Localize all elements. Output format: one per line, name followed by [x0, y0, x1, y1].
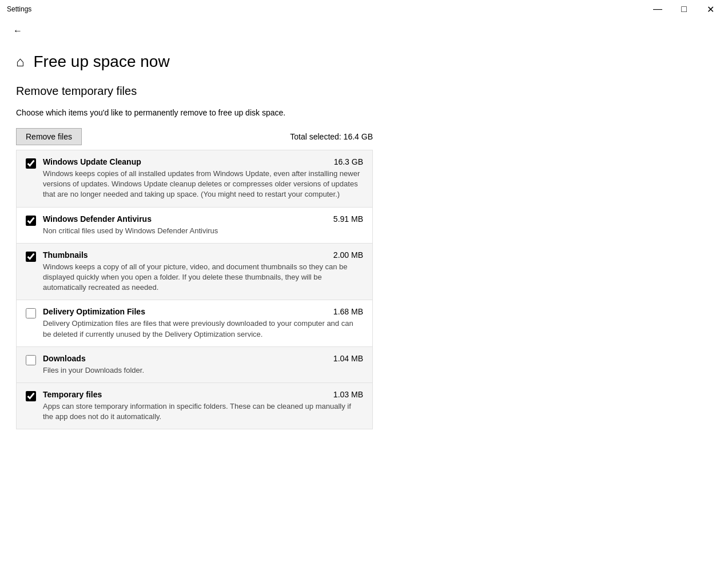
- item-header-2: Thumbnails2.00 MB: [43, 250, 363, 260]
- item-content-2: Thumbnails2.00 MBWindows keeps a copy of…: [43, 250, 363, 293]
- action-bar: Remove files Total selected: 16.4 GB: [16, 128, 373, 145]
- item-size-1: 5.91 MB: [333, 214, 363, 224]
- item-description-5: Apps can store temporary information in …: [43, 401, 363, 422]
- main-content: Remove temporary files Choose which item…: [0, 75, 389, 439]
- item-checkbox-0[interactable]: [26, 158, 36, 169]
- item-name-3: Delivery Optimization Files: [43, 307, 145, 316]
- item-description-0: Windows keeps copies of all installed up…: [43, 169, 363, 200]
- item-header-4: Downloads1.04 MB: [43, 354, 363, 363]
- item-content-3: Delivery Optimization Files1.68 MBDelive…: [43, 307, 363, 339]
- remove-files-button[interactable]: Remove files: [16, 128, 82, 145]
- item-content-0: Windows Update Cleanup16.3 GBWindows kee…: [43, 157, 363, 200]
- titlebar-left: Settings: [7, 5, 31, 13]
- section-title: Remove temporary files: [16, 85, 373, 98]
- item-name-2: Thumbnails: [43, 250, 88, 260]
- maximize-button[interactable]: □: [671, 0, 697, 18]
- description-text: Choose which items you'd like to permane…: [16, 107, 373, 119]
- home-icon: ⌂: [16, 54, 25, 70]
- item-description-4: Files in your Downloads folder.: [43, 365, 363, 376]
- item-name-1: Windows Defender Antivirus: [43, 214, 152, 224]
- item-name-4: Downloads: [43, 354, 86, 363]
- titlebar-title: Settings: [7, 5, 31, 13]
- items-list: Windows Update Cleanup16.3 GBWindows kee…: [16, 150, 373, 429]
- item-description-3: Delivery Optimization files are files th…: [43, 318, 363, 339]
- list-item: Downloads1.04 MBFiles in your Downloads …: [17, 347, 372, 383]
- item-checkbox-4[interactable]: [26, 355, 36, 365]
- item-content-4: Downloads1.04 MBFiles in your Downloads …: [43, 354, 363, 376]
- item-size-0: 16.3 GB: [334, 157, 363, 166]
- page-title: Free up space now: [34, 53, 170, 71]
- item-checkbox-1[interactable]: [26, 216, 36, 226]
- list-item: Windows Update Cleanup16.3 GBWindows kee…: [17, 150, 372, 208]
- item-header-1: Windows Defender Antivirus5.91 MB: [43, 214, 363, 224]
- titlebar: Settings — □ ✕: [0, 0, 728, 18]
- item-checkbox-5[interactable]: [26, 391, 36, 401]
- navbar: ←: [0, 18, 728, 43]
- item-description-1: Non critical files used by Windows Defen…: [43, 226, 363, 236]
- item-header-0: Windows Update Cleanup16.3 GB: [43, 157, 363, 166]
- titlebar-controls: — □ ✕: [645, 0, 723, 18]
- item-content-1: Windows Defender Antivirus5.91 MBNon cri…: [43, 214, 363, 236]
- item-header-5: Temporary files1.03 MB: [43, 390, 363, 399]
- item-header-3: Delivery Optimization Files1.68 MB: [43, 307, 363, 316]
- item-content-5: Temporary files1.03 MBApps can store tem…: [43, 390, 363, 422]
- item-checkbox-2[interactable]: [26, 252, 36, 262]
- item-size-3: 1.68 MB: [333, 307, 363, 316]
- close-button[interactable]: ✕: [697, 0, 723, 18]
- list-item: Thumbnails2.00 MBWindows keeps a copy of…: [17, 244, 372, 301]
- item-name-5: Temporary files: [43, 390, 102, 399]
- list-item: Windows Defender Antivirus5.91 MBNon cri…: [17, 208, 372, 244]
- item-size-2: 2.00 MB: [333, 250, 363, 260]
- minimize-button[interactable]: —: [645, 0, 671, 18]
- back-button[interactable]: ←: [9, 22, 26, 39]
- item-name-0: Windows Update Cleanup: [43, 157, 141, 166]
- total-selected-label: Total selected: 16.4 GB: [290, 132, 373, 141]
- page-header: ⌂ Free up space now: [0, 43, 728, 75]
- item-description-2: Windows keeps a copy of all of your pict…: [43, 262, 363, 293]
- item-size-5: 1.03 MB: [333, 390, 363, 399]
- list-item: Delivery Optimization Files1.68 MBDelive…: [17, 300, 372, 346]
- item-size-4: 1.04 MB: [333, 354, 363, 363]
- list-item: Temporary files1.03 MBApps can store tem…: [17, 383, 372, 429]
- item-checkbox-3[interactable]: [26, 308, 36, 318]
